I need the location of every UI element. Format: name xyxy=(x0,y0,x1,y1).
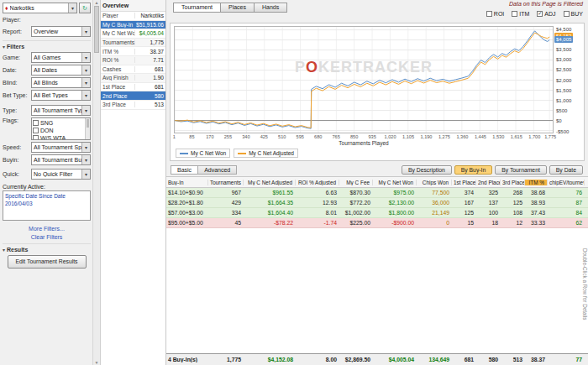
by-date-button[interactable]: By Date xyxy=(549,165,583,175)
player-combo[interactable]: ♦ Narkotiks ▾ xyxy=(3,3,77,13)
scroll-down-icon[interactable]: ▼ xyxy=(95,360,99,365)
scrollbar-thumb[interactable] xyxy=(94,6,99,53)
date-filter-value: All Dates xyxy=(34,67,81,73)
tab-hands[interactable]: Hands xyxy=(254,3,287,13)
stat-row[interactable]: Cashes681 xyxy=(101,65,165,75)
main-panel: Tournament Places Hands Data on this Pag… xyxy=(166,0,588,365)
chart-y-axis: $4,500$4,000$3,500$3,000$2,500$2,000$1,5… xyxy=(554,26,582,133)
roi-checkbox[interactable]: ROI xyxy=(486,11,504,17)
x-tick-label: 935 xyxy=(368,134,375,139)
chart-legend: My C Net WonMy C Net Adjusted xyxy=(174,148,582,159)
by-buyin-button[interactable]: By Buy-In xyxy=(454,165,492,175)
checkbox-icon[interactable] xyxy=(33,120,39,126)
edit-tournament-results-button[interactable]: Edit Tournament Results xyxy=(8,255,87,269)
flag-item-don[interactable]: DON xyxy=(33,127,85,133)
itm-checkbox[interactable]: ITM xyxy=(512,11,529,17)
stat-row[interactable]: Avg Finish1.90 xyxy=(101,74,165,83)
x-tick-label: 765 xyxy=(333,134,340,139)
checkbox-icon[interactable] xyxy=(537,11,543,17)
date-filter-combo[interactable]: All Dates ▾ xyxy=(31,65,91,76)
bettype-filter-combo[interactable]: All Bet Types ▾ xyxy=(31,90,91,101)
filtered-notice: Data on this Page is Filtered xyxy=(509,1,583,7)
by-tournament-button[interactable]: By Tournament xyxy=(495,165,547,175)
currently-active-filter[interactable]: Specific Date Since Date 2016/04/03 xyxy=(3,190,91,221)
tab-basic[interactable]: Basic xyxy=(171,165,198,175)
chart-plot-area[interactable]: POKERTRACKER xyxy=(174,26,554,133)
results-chart: POKERTRACKER $4,500$4,000$3,500$3,000$2,… xyxy=(170,23,585,161)
checkbox-icon[interactable] xyxy=(564,11,570,17)
col-net-won[interactable]: My C Net Won xyxy=(373,180,417,185)
filter-sidebar: ♦ Narkotiks ▾ ↻ Player: Report: Overview… xyxy=(0,0,93,365)
checkbox-icon[interactable] xyxy=(33,135,39,141)
stat-row[interactable]: 3rd Place513 xyxy=(101,101,165,110)
table-row[interactable]: $28.20+$1.80 429 $1,664.35 12.93 $772.20… xyxy=(166,198,588,208)
chart-series-checkboxes: ROI ITM ADJ BUY xyxy=(486,11,583,17)
legend-swatch-icon xyxy=(238,153,246,154)
checkbox-icon[interactable] xyxy=(486,11,492,17)
col-roi-adjusted[interactable]: ROI % Adjusted xyxy=(296,180,339,185)
tab-places[interactable]: Places xyxy=(220,3,255,13)
stat-row[interactable]: ROI %7.71 xyxy=(101,56,165,65)
blind-filter-combo[interactable]: All Blinds ▾ xyxy=(31,77,91,88)
player-refresh-button[interactable]: ↻ xyxy=(79,3,91,13)
col-3rd-place[interactable]: 3rd Place xyxy=(501,180,525,185)
more-filters-link[interactable]: More Filters... xyxy=(3,226,91,232)
flags-listbox[interactable]: SNG DON W/S WTA xyxy=(31,117,91,140)
stat-row[interactable]: PlayerNarkotiks xyxy=(101,12,165,21)
table-row[interactable]: $95.00+$5.00 45 -$78.22 -1.74 $225.00 -$… xyxy=(166,218,588,228)
game-filter-label: Game: xyxy=(3,55,31,60)
col-buyin[interactable]: Buy-In xyxy=(166,180,208,185)
col-chips-won[interactable]: Chips Won xyxy=(417,180,452,185)
player-label: Player: xyxy=(3,17,31,23)
col-itm[interactable]: ITM % xyxy=(525,180,548,185)
flags-scrollbar[interactable] xyxy=(85,118,90,139)
stat-row[interactable]: 1st Place681 xyxy=(101,83,165,92)
x-tick-label: 1,775 xyxy=(544,134,556,139)
results-section-header[interactable]: ▾Results xyxy=(3,243,91,253)
clear-filters-link[interactable]: Clear Filters xyxy=(3,234,91,240)
table-row[interactable]: $57.00+$3.00 334 $1,604.40 8.01 $1,002.0… xyxy=(166,208,588,218)
col-chipev[interactable]: chipEV/tourney xyxy=(548,180,585,185)
col-net-adjusted[interactable]: My C Net Adjusted xyxy=(244,180,296,185)
checkbox-icon[interactable] xyxy=(33,128,39,133)
buy-checkbox[interactable]: BUY xyxy=(564,11,583,17)
tab-tournament[interactable]: Tournament xyxy=(173,3,221,13)
col-tournaments[interactable]: Tournaments xyxy=(208,180,244,185)
speed-filter-combo[interactable]: All Tournament Speeds ▾ xyxy=(31,142,91,153)
adj-checkbox[interactable]: ADJ xyxy=(537,11,555,17)
quick-filter-combo[interactable]: No Quick Filter ▾ xyxy=(31,169,91,180)
checkbox-icon[interactable] xyxy=(512,11,517,17)
tab-advanced[interactable]: Advanced xyxy=(197,165,237,175)
type-filter-combo[interactable]: All Tournament Types ▾ xyxy=(31,105,91,116)
flag-item-sng[interactable]: SNG xyxy=(33,119,85,126)
x-tick-label: 1,360 xyxy=(456,134,468,139)
table-total-row: 4 Buy-In(s) 1,775 $4,152.08 8.00 $2,869.… xyxy=(166,353,588,365)
buyin-filter-combo[interactable]: All Tournament Buyins ▾ xyxy=(31,154,91,165)
filters-section-header[interactable]: ▾Filters xyxy=(3,40,91,50)
table-row[interactable]: $14.10+$0.90 967 $961.55 6.63 $870.30 $9… xyxy=(166,188,588,198)
x-tick-label: 1,105 xyxy=(402,134,414,139)
series-end-value-tag: $4,005 xyxy=(554,36,573,43)
chevron-down-icon: ▾ xyxy=(81,169,90,179)
col-fee[interactable]: My C Fee xyxy=(339,180,373,185)
x-tick-label: 1 xyxy=(173,134,176,139)
sidebar-scrollbar[interactable]: ▲ ▼ xyxy=(93,0,101,365)
x-tick-label: 1,445 xyxy=(475,134,486,139)
stat-row[interactable]: ITM %38.37 xyxy=(101,47,165,56)
y-tick-label: $1,500 xyxy=(556,88,571,93)
game-filter-combo[interactable]: All Games ▾ xyxy=(31,52,91,63)
stat-row[interactable]: My C Buy-In$51,915.06 xyxy=(101,21,165,30)
player-combo-value: Narkotiks xyxy=(10,5,68,11)
col-2nd-place[interactable]: 2nd Place xyxy=(476,180,501,185)
col-1st-place[interactable]: 1st Place xyxy=(452,180,476,185)
stat-row[interactable]: Tournaments1,775 xyxy=(101,39,165,48)
y-tick-label: -$500 xyxy=(556,129,569,134)
legend-item[interactable]: My C Net Adjusted xyxy=(234,149,298,158)
legend-item[interactable]: My C Net Won xyxy=(176,149,230,158)
flag-item-ws-wta[interactable]: W/S WTA xyxy=(33,134,85,140)
scroll-up-icon[interactable]: ▲ xyxy=(95,0,99,5)
stat-row[interactable]: 2nd Place580 xyxy=(101,91,165,101)
stat-row[interactable]: My C Net Won$4,005.04 xyxy=(101,29,165,39)
by-description-button[interactable]: By Description xyxy=(402,165,452,175)
report-combo[interactable]: Overview ▾ xyxy=(31,26,91,37)
